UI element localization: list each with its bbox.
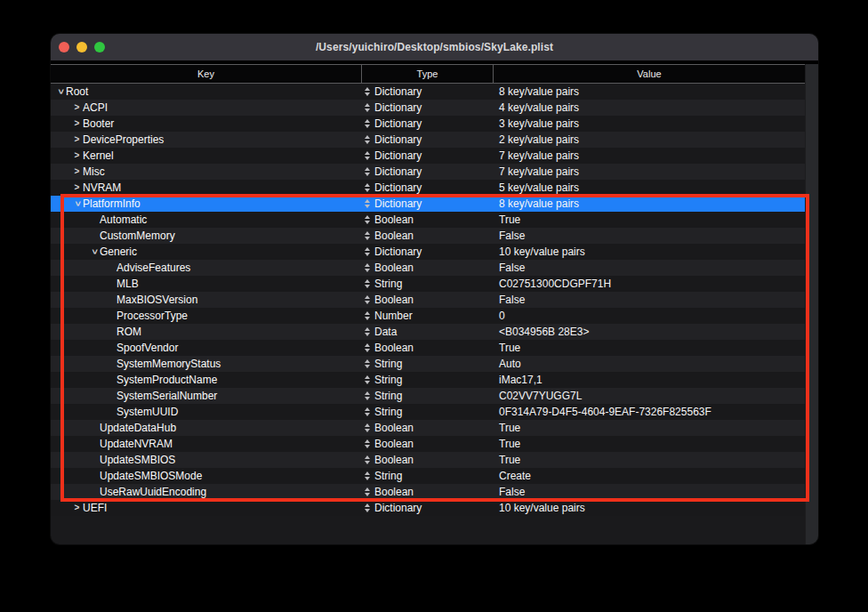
row-type-cell[interactable]: Number — [361, 308, 494, 324]
row-value-cell[interactable]: C02751300CDGPF71H — [494, 276, 805, 292]
table-row[interactable]: SystemUUIDString0F314A79-D4F5-4604-9EAF-… — [51, 404, 805, 420]
row-type-cell[interactable]: Boolean — [361, 436, 494, 452]
row-value-cell[interactable]: True — [494, 340, 805, 356]
row-value-cell[interactable]: False — [494, 260, 805, 276]
column-header-key[interactable]: Key — [51, 65, 361, 83]
table-row[interactable]: SystemProductNameStringiMac17,1 — [51, 372, 805, 388]
row-value-cell[interactable]: Auto — [494, 356, 805, 372]
table-row[interactable]: UseRawUuidEncodingBooleanFalse — [51, 484, 805, 500]
row-type-cell[interactable]: Dictionary — [361, 148, 494, 164]
row-value-cell[interactable]: <B034956B 28E3> — [494, 324, 805, 340]
table-row[interactable]: >GenericDictionary10 key/value pairs — [51, 244, 805, 260]
row-type-cell[interactable]: Dictionary — [361, 180, 494, 196]
row-value-cell[interactable]: False — [494, 292, 805, 308]
zoom-button[interactable] — [94, 42, 105, 52]
row-value-cell[interactable]: C02VV7YUGG7L — [494, 388, 805, 404]
chevron-right-icon[interactable]: > — [71, 167, 83, 176]
table-row[interactable]: >KernelDictionary7 key/value pairs — [51, 148, 805, 164]
row-type-cell[interactable]: Boolean — [361, 228, 494, 244]
table-row[interactable]: >BooterDictionary3 key/value pairs — [51, 116, 805, 132]
row-value-cell[interactable]: False — [494, 484, 805, 500]
chevron-right-icon[interactable]: > — [71, 135, 83, 144]
row-value-cell[interactable]: 0 — [494, 308, 805, 324]
stepper-icon[interactable] — [365, 279, 370, 288]
row-type-cell[interactable]: Dictionary — [361, 100, 494, 116]
row-type-cell[interactable]: Boolean — [361, 484, 494, 500]
chevron-right-icon[interactable]: > — [71, 103, 83, 112]
row-value-cell[interactable]: True — [494, 420, 805, 436]
row-type-cell[interactable]: String — [361, 356, 494, 372]
row-value-cell[interactable]: Create — [494, 468, 805, 484]
row-value-cell[interactable]: True — [494, 436, 805, 452]
row-value-cell[interactable]: 5 key/value pairs — [494, 180, 805, 196]
row-value-cell[interactable]: 10 key/value pairs — [494, 244, 805, 260]
row-type-cell[interactable]: Dictionary — [361, 164, 494, 180]
row-type-cell[interactable]: String — [361, 404, 494, 420]
table-row[interactable]: AutomaticBooleanTrue — [51, 212, 805, 228]
row-value-cell[interactable]: 0F314A79-D4F5-4604-9EAF-7326F825563F — [494, 404, 805, 420]
table-row[interactable]: SystemSerialNumberStringC02VV7YUGG7L — [51, 388, 805, 404]
table-row[interactable]: >DevicePropertiesDictionary2 key/value p… — [51, 132, 805, 148]
stepper-icon[interactable] — [365, 343, 370, 352]
stepper-icon[interactable] — [365, 487, 370, 496]
stepper-icon[interactable] — [365, 359, 370, 368]
row-value-cell[interactable]: True — [494, 452, 805, 468]
stepper-icon[interactable] — [365, 183, 370, 192]
row-type-cell[interactable]: Dictionary — [361, 116, 494, 132]
stepper-icon[interactable] — [365, 471, 370, 480]
chevron-right-icon[interactable]: > — [71, 151, 83, 160]
row-value-cell[interactable]: 7 key/value pairs — [494, 164, 805, 180]
table-row[interactable]: >MiscDictionary7 key/value pairs — [51, 164, 805, 180]
stepper-icon[interactable] — [365, 295, 370, 304]
stepper-icon[interactable] — [365, 87, 370, 96]
row-value-cell[interactable]: 7 key/value pairs — [494, 148, 805, 164]
row-value-cell[interactable]: False — [494, 228, 805, 244]
row-type-cell[interactable]: Boolean — [361, 340, 494, 356]
stepper-icon[interactable] — [365, 503, 370, 512]
chevron-down-icon[interactable]: > — [56, 86, 65, 98]
stepper-icon[interactable] — [365, 455, 370, 464]
row-type-cell[interactable]: Boolean — [361, 420, 494, 436]
row-value-cell[interactable]: iMac17,1 — [494, 372, 805, 388]
table-row[interactable]: MLBStringC02751300CDGPF71H — [51, 276, 805, 292]
column-header-type[interactable]: Type — [361, 65, 494, 83]
stepper-icon[interactable] — [365, 231, 370, 240]
stepper-icon[interactable] — [365, 423, 370, 432]
title-bar[interactable]: /Users/yuichiro/Desktop/smbios/SkyLake.p… — [51, 34, 818, 60]
table-row[interactable]: CustomMemoryBooleanFalse — [51, 228, 805, 244]
row-type-cell[interactable]: String — [361, 468, 494, 484]
row-value-cell[interactable]: 2 key/value pairs — [494, 132, 805, 148]
row-type-cell[interactable]: Boolean — [361, 292, 494, 308]
table-row[interactable]: SpoofVendorBooleanTrue — [51, 340, 805, 356]
stepper-icon[interactable] — [365, 263, 370, 272]
row-type-cell[interactable]: Boolean — [361, 260, 494, 276]
table-row[interactable]: ProcessorTypeNumber0 — [51, 308, 805, 324]
table-row[interactable]: SystemMemoryStatusStringAuto — [51, 356, 805, 372]
stepper-icon[interactable] — [365, 199, 370, 208]
stepper-icon[interactable] — [365, 135, 370, 144]
row-type-cell[interactable]: Dictionary — [361, 244, 494, 260]
row-value-cell[interactable]: True — [494, 212, 805, 228]
row-type-cell[interactable]: Dictionary — [361, 84, 494, 100]
row-type-cell[interactable]: Dictionary — [361, 500, 494, 516]
minimize-button[interactable] — [76, 42, 87, 52]
table-row[interactable]: UpdateNVRAMBooleanTrue — [51, 436, 805, 452]
row-type-cell[interactable]: Boolean — [361, 452, 494, 468]
row-value-cell[interactable]: 8 key/value pairs — [494, 196, 805, 212]
table-row[interactable]: MaxBIOSVersionBooleanFalse — [51, 292, 805, 308]
table-row[interactable]: UpdateDataHubBooleanTrue — [51, 420, 805, 436]
row-value-cell[interactable]: 8 key/value pairs — [494, 84, 805, 100]
table-row[interactable]: >UEFIDictionary10 key/value pairs — [51, 500, 805, 516]
table-row[interactable]: >RootDictionary8 key/value pairs — [51, 84, 805, 100]
row-type-cell[interactable]: String — [361, 276, 494, 292]
stepper-icon[interactable] — [365, 327, 370, 336]
row-type-cell[interactable]: Dictionary — [361, 196, 494, 212]
row-value-cell[interactable]: 10 key/value pairs — [494, 500, 805, 516]
row-type-cell[interactable]: Dictionary — [361, 132, 494, 148]
table-row[interactable]: ROMData<B034956B 28E3> — [51, 324, 805, 340]
row-type-cell[interactable]: Data — [361, 324, 494, 340]
chevron-right-icon[interactable]: > — [71, 119, 83, 128]
stepper-icon[interactable] — [365, 215, 370, 224]
stepper-icon[interactable] — [365, 375, 370, 384]
table-row[interactable]: UpdateSMBIOSBooleanTrue — [51, 452, 805, 468]
